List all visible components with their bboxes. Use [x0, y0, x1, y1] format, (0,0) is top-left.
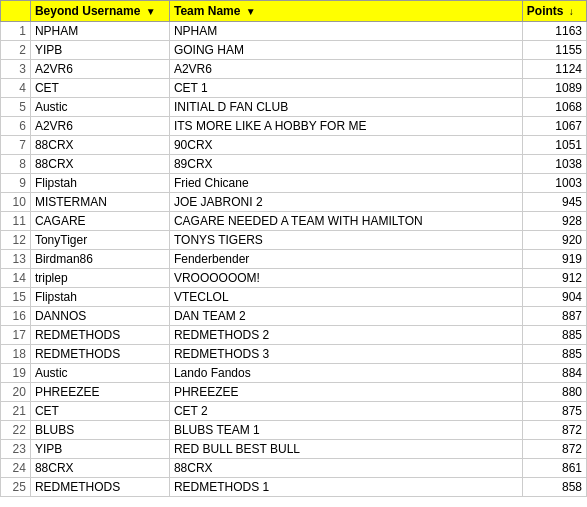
rank-cell: 20 [1, 383, 31, 402]
teamname-cell: RED BULL BEST BULL [169, 440, 522, 459]
teamname-cell: NPHAM [169, 22, 522, 41]
username-cell: 88CRX [30, 459, 169, 478]
username-cell: Austic [30, 364, 169, 383]
teamname-cell: PHREEZEE [169, 383, 522, 402]
rank-cell: 5 [1, 98, 31, 117]
rank-cell: 2 [1, 41, 31, 60]
table-row: 25REDMETHODSREDMETHODS 1858 [1, 478, 587, 497]
points-cell: 1051 [522, 136, 586, 155]
teamname-cell: Fried Chicane [169, 174, 522, 193]
points-cell: 872 [522, 421, 586, 440]
table-row: 788CRX90CRX1051 [1, 136, 587, 155]
rank-cell: 14 [1, 269, 31, 288]
username-cell: YIPB [30, 440, 169, 459]
table-row: 12TonyTigerTONYS TIGERS920 [1, 231, 587, 250]
teamname-cell: Lando Fandos [169, 364, 522, 383]
rank-cell: 13 [1, 250, 31, 269]
points-cell: 1068 [522, 98, 586, 117]
leaderboard-table: Beyond Username ▼ Team Name ▼ Points ↓ 1… [0, 0, 587, 497]
username-cell: TonyTiger [30, 231, 169, 250]
table-row: 5AusticINITIAL D FAN CLUB1068 [1, 98, 587, 117]
points-cell: 1089 [522, 79, 586, 98]
table-row: 19AusticLando Fandos884 [1, 364, 587, 383]
teamname-cell: REDMETHODS 2 [169, 326, 522, 345]
teamname-header-label: Team Name [174, 4, 240, 18]
table-row: 20PHREEZEEPHREEZEE880 [1, 383, 587, 402]
username-sort-icon[interactable]: ▼ [146, 6, 156, 17]
points-cell: 1163 [522, 22, 586, 41]
points-cell: 1003 [522, 174, 586, 193]
rank-header [1, 1, 31, 22]
table-row: 17REDMETHODSREDMETHODS 2885 [1, 326, 587, 345]
table-row: 4CETCET 11089 [1, 79, 587, 98]
username-cell: Flipstah [30, 174, 169, 193]
rank-cell: 9 [1, 174, 31, 193]
teamname-cell: DAN TEAM 2 [169, 307, 522, 326]
table-row: 15FlipstahVTECLOL904 [1, 288, 587, 307]
points-sort-icon[interactable]: ↓ [569, 6, 574, 17]
points-cell: 928 [522, 212, 586, 231]
username-cell: A2VR6 [30, 117, 169, 136]
points-cell: 861 [522, 459, 586, 478]
username-cell: CAGARE [30, 212, 169, 231]
teamname-cell: REDMETHODS 1 [169, 478, 522, 497]
username-cell: Flipstah [30, 288, 169, 307]
points-cell: 904 [522, 288, 586, 307]
table-row: 6A2VR6ITS MORE LIKE A HOBBY FOR ME1067 [1, 117, 587, 136]
username-cell: MISTERMAN [30, 193, 169, 212]
table-row: 3A2VR6A2VR61124 [1, 60, 587, 79]
teamname-cell: BLUBS TEAM 1 [169, 421, 522, 440]
rank-cell: 15 [1, 288, 31, 307]
points-cell: 919 [522, 250, 586, 269]
rank-cell: 23 [1, 440, 31, 459]
username-header[interactable]: Beyond Username ▼ [30, 1, 169, 22]
username-cell: DANNOS [30, 307, 169, 326]
teamname-cell: Fenderbender [169, 250, 522, 269]
teamname-cell: VTECLOL [169, 288, 522, 307]
points-cell: 920 [522, 231, 586, 250]
points-cell: 1124 [522, 60, 586, 79]
username-cell: Austic [30, 98, 169, 117]
table-row: 14triplepVROOOOOOM!912 [1, 269, 587, 288]
table-row: 2488CRX88CRX861 [1, 459, 587, 478]
username-header-label: Beyond Username [35, 4, 140, 18]
teamname-cell: VROOOOOOM! [169, 269, 522, 288]
points-cell: 858 [522, 478, 586, 497]
rank-cell: 7 [1, 136, 31, 155]
rank-cell: 16 [1, 307, 31, 326]
teamname-sort-icon[interactable]: ▼ [246, 6, 256, 17]
teamname-cell: 88CRX [169, 459, 522, 478]
points-header[interactable]: Points ↓ [522, 1, 586, 22]
username-cell: triplep [30, 269, 169, 288]
username-cell: 88CRX [30, 155, 169, 174]
table-row: 21CETCET 2875 [1, 402, 587, 421]
points-cell: 1155 [522, 41, 586, 60]
username-cell: REDMETHODS [30, 326, 169, 345]
table-row: 16DANNOSDAN TEAM 2887 [1, 307, 587, 326]
username-cell: REDMETHODS [30, 345, 169, 364]
table-row: 13Birdman86Fenderbender919 [1, 250, 587, 269]
table-row: 888CRX89CRX1038 [1, 155, 587, 174]
teamname-cell: REDMETHODS 3 [169, 345, 522, 364]
table-row: 10MISTERMANJOE JABRONI 2945 [1, 193, 587, 212]
teamname-header[interactable]: Team Name ▼ [169, 1, 522, 22]
teamname-cell: ITS MORE LIKE A HOBBY FOR ME [169, 117, 522, 136]
table-row: 1NPHAMNPHAM1163 [1, 22, 587, 41]
rank-cell: 12 [1, 231, 31, 250]
rank-cell: 8 [1, 155, 31, 174]
username-cell: 88CRX [30, 136, 169, 155]
points-cell: 885 [522, 345, 586, 364]
teamname-cell: GOING HAM [169, 41, 522, 60]
rank-cell: 1 [1, 22, 31, 41]
table-row: 9FlipstahFried Chicane1003 [1, 174, 587, 193]
rank-cell: 18 [1, 345, 31, 364]
points-header-label: Points [527, 4, 564, 18]
points-cell: 1067 [522, 117, 586, 136]
points-cell: 875 [522, 402, 586, 421]
rank-cell: 24 [1, 459, 31, 478]
table-row: 18REDMETHODSREDMETHODS 3885 [1, 345, 587, 364]
teamname-cell: TONYS TIGERS [169, 231, 522, 250]
teamname-cell: CET 2 [169, 402, 522, 421]
rank-cell: 19 [1, 364, 31, 383]
username-cell: CET [30, 79, 169, 98]
